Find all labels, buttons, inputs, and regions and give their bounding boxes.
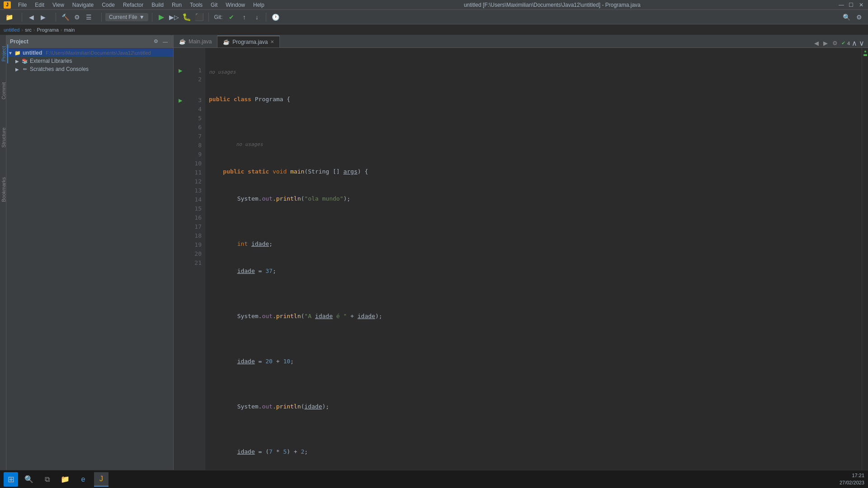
editor-main: ▶ ▶ 1 2 3 4 [174,48,868,474]
menu-edit[interactable]: Edit [33,1,46,9]
menu-file[interactable]: File [16,1,28,9]
menu-window[interactable]: Window [224,1,247,9]
line-num-11: 11 [187,168,202,177]
chevron-down-icon[interactable]: ∨ [859,39,864,47]
menu-help[interactable]: Help [251,1,266,9]
tab-scroll-right-icon[interactable]: ▶ [821,39,830,47]
toolbar-separator-5 [208,13,209,22]
tab-programa-java[interactable]: ☕ Programa.java ✕ [217,36,280,47]
line-num-19: 19 [187,240,202,249]
debug-button[interactable]: 🐛 [181,12,192,23]
menu-navigate[interactable]: Navigate [71,1,95,9]
no-usages-hint-top: no usages [209,68,858,77]
breadcrumb: untitled › src › Programa › main [0,24,868,35]
breadcrumb-main[interactable]: main [64,27,75,33]
menu-code[interactable]: Code [100,1,117,9]
bookmarks-panel-tab[interactable]: Bookmarks [0,175,7,204]
menu-run[interactable]: Run [170,1,184,9]
line-num-9: 9 [187,150,202,159]
stop-button[interactable]: ⬛ [194,12,205,23]
git-update-button[interactable]: ↑ [239,12,250,23]
tree-item-external-libraries[interactable]: ▶ 📚 External Libraries [6,57,173,65]
title-bar-controls: — ☐ ✕ [838,2,864,8]
project-button[interactable]: 📁 [4,12,14,23]
breadcrumb-sep-2: › [33,27,35,33]
minimize-button[interactable]: — [838,2,844,8]
project-tool-btn-1[interactable]: ⚙ [152,38,160,45]
code-line-3: public static void main(String [] args) … [209,167,858,176]
menu-refactor[interactable]: Refactor [121,1,145,9]
project-tool-btn-2[interactable]: — [161,38,170,45]
main-layout: Project Commit Structure Bookmarks Proje… [0,35,868,474]
toolbar-group-nav: ◀ ▶ [26,12,48,23]
forward-button[interactable]: ▶ [38,12,48,23]
code-line-13: System.out.println(idade); [209,402,858,411]
search-button[interactable]: 🔍 [22,472,36,487]
build-button[interactable]: 🔨 [60,12,71,23]
menu-view[interactable]: View [51,1,66,9]
tab-main-java[interactable]: ☕ Main.java [174,36,217,47]
file-explorer-button[interactable]: 📁 [58,472,72,487]
tab-label-main: ☕ [179,38,186,45]
settings-gear-button[interactable]: ⚙ [854,12,864,23]
structure-panel-tab[interactable]: Structure [0,126,7,150]
tree-arrow-ext: ▶ [15,59,20,64]
line-num-17: 17 [187,222,202,231]
menu-build[interactable]: Build [150,1,165,9]
code-content[interactable]: no usages public class Programa { no usa… [205,48,862,474]
chevron-up-icon[interactable]: ∧ [852,39,857,47]
line-num-4: 4 [187,105,202,114]
coverage-button[interactable]: ▶▷ [169,12,179,23]
menu-tools[interactable]: Tools [188,1,204,9]
line-num-20: 20 [187,249,202,258]
search-everywhere-button[interactable]: 🔍 [841,12,852,23]
title-bar-menu: File Edit View Navigate Code Refactor Bu… [16,1,266,9]
tab-name-main: Main.java [189,38,212,45]
close-button[interactable]: ✕ [858,2,864,8]
git-push-button[interactable]: ↓ [251,12,262,23]
back-button[interactable]: ◀ [26,12,37,23]
breadcrumb-src[interactable]: src [25,27,32,33]
tree-item-untitled[interactable]: ▼ 📁 untitled F:\Users\Maximilian\Documen… [6,49,173,57]
project-tree: ▼ 📁 untitled F:\Users\Maximilian\Documen… [6,48,173,474]
intellij-taskbar-button[interactable]: J [94,472,108,487]
edge-button[interactable]: e [76,472,90,487]
toolbar-separator-2 [56,13,56,22]
run-button[interactable]: ▶ [156,12,167,23]
line-num-1: 1 [187,66,202,75]
run-gutter-class-icon[interactable]: ▶ [179,68,182,74]
tab-close-programa[interactable]: ✕ [270,39,274,44]
line-num-5: 5 [187,114,202,123]
tab-scroll-left-icon[interactable]: ◀ [812,39,821,47]
layout-button[interactable]: ☰ [83,12,94,23]
tree-item-scratches[interactable]: ▶ ✏ Scratches and Consoles [6,65,173,73]
code-line-11: idade = 20 + 10; [209,357,858,366]
maximize-button[interactable]: ☐ [848,2,854,8]
app-icon: J [4,1,11,9]
run-gutter-method-icon[interactable]: ▶ [179,98,182,103]
line-num-13: 13 [187,186,202,195]
project-panel-tab[interactable]: Project [0,44,8,63]
scratches-icon: ✏ [22,66,28,72]
code-line-6: int idade; [209,239,858,249]
commit-panel-tab[interactable]: Commit [0,80,7,101]
run-config-dropdown[interactable]: Current File ▼ [105,13,148,21]
start-button[interactable]: ⊞ [4,472,18,487]
menu-git[interactable]: Git [209,1,219,9]
tab-label-programa: ☕ [223,39,230,45]
toolbar-separator-3 [101,13,102,22]
tree-label-untitled: untitled [23,50,42,56]
tree-arrow-scratches: ▶ [15,67,20,72]
git-check-button[interactable]: ✔ [226,12,237,23]
code-line-4: System.out.println("ola mundo"); [209,194,858,203]
breadcrumb-untitled[interactable]: untitled [4,27,19,33]
task-view-button[interactable]: ⧉ [40,472,54,487]
breadcrumb-programa[interactable]: Programa [37,27,59,33]
tab-settings-icon[interactable]: ⚙ [830,39,840,47]
settings-button[interactable]: ⚙ [71,12,82,23]
clock-button[interactable]: 🕐 [270,12,281,23]
checkmark-icon: ✔ [841,40,845,46]
toolbar-separator-6 [266,13,266,22]
title-bar: J File Edit View Navigate Code Refactor … [0,0,868,10]
gutter-line-1: ▶ [179,66,182,75]
